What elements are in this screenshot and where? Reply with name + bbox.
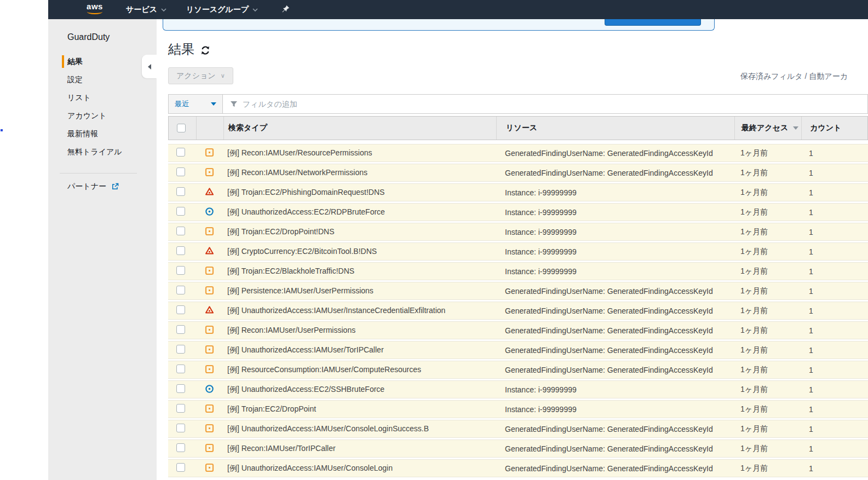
row-checkbox[interactable] (176, 246, 185, 255)
severity-icon (205, 365, 214, 374)
sidebar-collapse-button[interactable] (142, 55, 157, 78)
finding-resource: GeneratedFindingUserName: GeneratedFindi… (496, 169, 734, 177)
severity-icon (205, 148, 214, 157)
table-row[interactable]: [例] Trojan:EC2/DropPoint Instance: i-999… (168, 400, 868, 418)
table-row[interactable]: [例] Trojan:EC2/DropPoint!DNS Instance: i… (168, 223, 868, 241)
table-row[interactable]: [例] Trojan:EC2/BlackholeTraffic!DNS Inst… (168, 262, 868, 280)
recent-filter-dropdown[interactable]: 最近 (169, 95, 223, 113)
main-content: 結果 アクション ∨ 保存済みフィルタ / 自動アーカ 最近 (157, 19, 868, 480)
aws-logo-text: aws (85, 2, 104, 11)
resource-column-header: リソース (496, 117, 734, 140)
table-row[interactable]: [例] UnauthorizedAccess:EC2/SSHBruteForce… (168, 380, 868, 398)
pushpin-icon[interactable] (280, 4, 290, 14)
severity-icon (205, 325, 214, 334)
finding-type[interactable]: [例] ResourceConsumption:IAMUser/ComputeR… (223, 365, 496, 375)
finding-count: 1 (801, 464, 868, 473)
finding-type[interactable]: [例] UnauthorizedAccess:IAMUser/ConsoleLo… (223, 424, 496, 434)
finding-type[interactable]: [例] UnauthorizedAccess:IAMUser/TorIPCall… (223, 345, 496, 355)
page-title: 結果 (168, 41, 194, 58)
table-row[interactable]: [例] ResourceConsumption:IAMUser/ComputeR… (168, 361, 868, 379)
table-row[interactable]: [例] UnauthorizedAccess:EC2/RDPBruteForce… (168, 203, 868, 221)
finding-resource: Instance: i-99999999 (496, 208, 734, 217)
finding-type[interactable]: [例] Recon:IAMUser/UserPermissions (223, 326, 496, 336)
severity-column-header (196, 117, 223, 140)
finding-count: 1 (801, 306, 868, 315)
table-row[interactable]: [例] Recon:IAMUser/UserPermissions Genera… (168, 321, 868, 339)
row-checkbox[interactable] (176, 463, 185, 472)
panel-primary-button[interactable] (605, 19, 701, 26)
sidebar-title: GuardDuty (67, 32, 157, 42)
title-row: 結果 (168, 41, 210, 58)
finding-type[interactable]: [例] Trojan:EC2/PhishingDomainRequest!DNS (223, 188, 496, 198)
finding-last-seen: 1ヶ月前 (734, 286, 801, 296)
row-checkbox[interactable] (176, 148, 185, 157)
actions-button[interactable]: アクション ∨ (168, 67, 233, 84)
finding-type[interactable]: [例] UnauthorizedAccess:EC2/RDPBruteForce (223, 207, 496, 217)
sidebar-item-whats-new[interactable]: 最新情報 (48, 125, 157, 143)
finding-type[interactable]: [例] UnauthorizedAccess:IAMUser/ConsoleLo… (223, 464, 496, 473)
table-row[interactable]: [例] UnauthorizedAccess:IAMUser/TorIPCall… (168, 341, 868, 359)
nav-services-menu[interactable]: サービス (126, 0, 166, 19)
table-row[interactable]: [例] Recon:IAMUser/TorIPCaller GeneratedF… (168, 439, 868, 458)
row-checkbox[interactable] (176, 167, 185, 176)
finding-count: 1 (801, 346, 868, 355)
last-seen-column-header[interactable]: 最終アクセス (734, 117, 801, 140)
nav-resource-groups-menu[interactable]: リソースグループ (186, 0, 258, 19)
finding-last-seen: 1ヶ月前 (734, 424, 801, 434)
sidebar-item-lists[interactable]: リスト (48, 89, 157, 107)
row-checkbox[interactable] (176, 187, 185, 196)
finding-resource: Instance: i-99999999 (496, 267, 734, 276)
finding-type[interactable]: [例] UnauthorizedAccess:EC2/SSHBruteForce (223, 385, 496, 395)
external-link-icon (111, 183, 119, 190)
finding-last-seen: 1ヶ月前 (734, 365, 801, 375)
finding-type[interactable]: [例] Trojan:EC2/DropPoint (223, 404, 496, 414)
finding-type[interactable]: [例] UnauthorizedAccess:IAMUser/InstanceC… (223, 306, 496, 316)
finding-type[interactable]: [例] Trojan:EC2/BlackholeTraffic!DNS (223, 267, 496, 276)
table-row[interactable]: [例] UnauthorizedAccess:IAMUser/InstanceC… (168, 302, 868, 320)
sidebar-item-settings[interactable]: 設定 (48, 71, 157, 89)
saved-filters-link[interactable]: 保存済みフィルタ / 自動アーカ (740, 72, 848, 82)
severity-icon (205, 404, 214, 413)
finding-type[interactable]: [例] Recon:IAMUser/TorIPCaller (223, 444, 496, 454)
severity-icon (205, 424, 214, 433)
table-row[interactable]: [例] UnauthorizedAccess:IAMUser/ConsoleLo… (168, 459, 868, 477)
finding-type[interactable]: [例] Recon:IAMUser/ResourcePermissions (223, 148, 496, 158)
finding-resource: GeneratedFindingUserName: GeneratedFindi… (496, 464, 734, 473)
sidebar-item-findings[interactable]: 結果 (48, 53, 157, 71)
row-checkbox[interactable] (176, 266, 185, 275)
row-checkbox[interactable] (176, 345, 185, 354)
table-row[interactable]: [例] Trojan:EC2/PhishingDomainRequest!DNS… (168, 183, 868, 201)
table-row[interactable]: [例] UnauthorizedAccess:IAMUser/ConsoleLo… (168, 420, 868, 438)
table-row[interactable]: [例] Recon:IAMUser/ResourcePermissions Ge… (168, 144, 868, 162)
finding-last-seen: 1ヶ月前 (734, 444, 801, 454)
row-checkbox[interactable] (176, 325, 185, 334)
aws-logo[interactable]: aws (85, 2, 104, 18)
finding-last-seen: 1ヶ月前 (734, 168, 801, 178)
filter-input[interactable] (243, 100, 867, 108)
chevron-down-icon (252, 8, 258, 11)
row-checkbox[interactable] (176, 424, 185, 432)
row-checkbox[interactable] (176, 404, 185, 413)
refresh-icon[interactable] (200, 45, 210, 55)
row-checkbox[interactable] (176, 207, 185, 216)
row-checkbox[interactable] (176, 365, 185, 373)
row-checkbox[interactable] (176, 443, 185, 452)
finding-resource: GeneratedFindingUserName: GeneratedFindi… (496, 287, 734, 296)
finding-resource: GeneratedFindingUserName: GeneratedFindi… (496, 346, 734, 355)
row-checkbox[interactable] (176, 384, 185, 393)
sidebar-item-partners[interactable]: パートナー (67, 182, 157, 192)
finding-count: 1 (801, 425, 868, 433)
finding-type[interactable]: [例] Recon:IAMUser/NetworkPermissions (223, 168, 496, 178)
finding-type[interactable]: [例] Trojan:EC2/DropPoint!DNS (223, 227, 496, 237)
sidebar-item-accounts[interactable]: アカウント (48, 107, 157, 125)
table-row[interactable]: [例] CryptoCurrency:EC2/BitcoinTool.B!DNS… (168, 242, 868, 261)
select-all-checkbox[interactable] (177, 124, 186, 132)
finding-type[interactable]: [例] Persistence:IAMUser/UserPermissions (223, 286, 496, 296)
table-row[interactable]: [例] Persistence:IAMUser/UserPermissions … (168, 282, 868, 300)
row-checkbox[interactable] (176, 305, 185, 314)
sidebar-item-free-trial[interactable]: 無料トライアル (48, 143, 157, 161)
row-checkbox[interactable] (176, 286, 185, 294)
finding-type[interactable]: [例] CryptoCurrency:EC2/BitcoinTool.B!DNS (223, 247, 496, 257)
row-checkbox[interactable] (176, 227, 185, 235)
table-row[interactable]: [例] Recon:IAMUser/NetworkPermissions Gen… (168, 164, 868, 182)
